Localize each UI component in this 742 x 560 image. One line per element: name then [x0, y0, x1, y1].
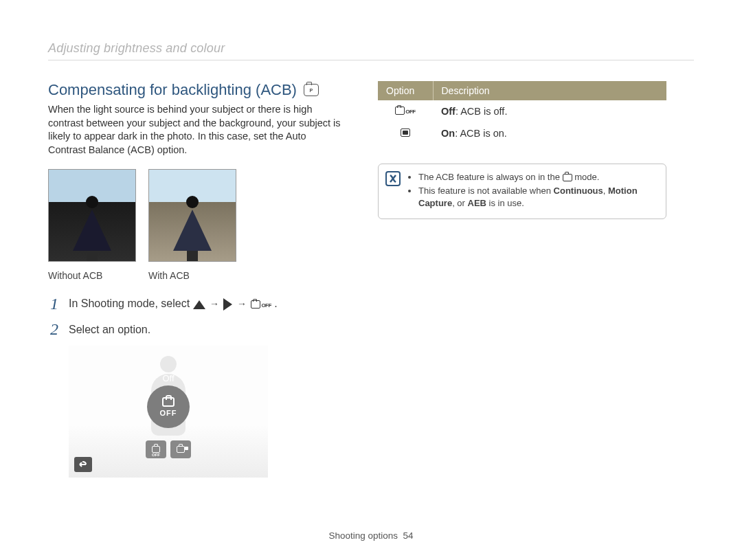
breadcrumb: Adjusting brightness and colour: [48, 41, 694, 60]
option-off-bold: Off: [441, 106, 456, 117]
step-1: 1 In Shooting mode, select → → OFF .: [48, 295, 344, 313]
camera-icon: [162, 397, 175, 407]
example-photo-with-acb: [148, 169, 236, 262]
acb-on-icon: [401, 128, 410, 139]
section-body: When the light source is behind your sub…: [48, 103, 344, 157]
option-on-bold: On: [441, 128, 455, 139]
acb-selection-badge-text: OFF: [160, 409, 177, 417]
table-row: OFF Off: ACB is off.: [378, 100, 666, 122]
acb-off-icon: OFF: [251, 300, 271, 309]
camera-program-mode-icon: P: [304, 84, 319, 96]
note-icon: [385, 171, 401, 186]
up-triangle-icon: [193, 300, 205, 309]
step-2-text: Select an option.: [69, 324, 150, 336]
option-on-rest: : ACB is on.: [455, 128, 507, 139]
table-header-option: Option: [378, 81, 433, 100]
note-bullet-2: This feature is not available when Conti…: [418, 185, 656, 210]
acb-off-option[interactable]: OFF: [146, 440, 166, 458]
page-footer: Shooting options 54: [0, 530, 742, 541]
arrow-icon: →: [236, 298, 248, 309]
options-table: Option Description OFF Off: ACB is off. …: [378, 81, 666, 144]
section-title: Compensating for backlighting (ACB): [48, 81, 297, 99]
caption-without-acb: Without ACB: [48, 270, 136, 281]
step-2: 2 Select an option.: [48, 320, 344, 339]
right-triangle-icon: [223, 298, 232, 311]
table-header-description: Description: [433, 81, 666, 100]
step-1-text: In Shooting mode, select: [69, 298, 193, 309]
page-number: 54: [403, 530, 414, 541]
camera-mode-icon: [563, 174, 572, 181]
acb-selection-label: Off: [147, 373, 190, 383]
example-photo-without-acb: [48, 169, 136, 262]
step-number-1: 1: [48, 295, 60, 313]
camera-ui-screenshot: Off OFF OFF: [69, 346, 268, 478]
acb-off-icon: OFF: [395, 107, 416, 115]
acb-on-option[interactable]: [170, 440, 191, 458]
back-button[interactable]: [74, 457, 92, 472]
option-off-rest: : ACB is off.: [456, 106, 508, 117]
step-number-2: 2: [48, 320, 60, 339]
step-1-end: .: [274, 298, 277, 309]
note-bullet-1: The ACB feature is always on in the mode…: [418, 171, 656, 183]
caption-with-acb: With ACB: [148, 270, 236, 281]
note-box: The ACB feature is always on in the mode…: [378, 164, 666, 219]
table-row: On: ACB is on.: [378, 122, 666, 144]
footer-section: Shooting options: [328, 530, 398, 541]
arrow-icon: →: [208, 298, 221, 309]
acb-selection-badge: Off OFF: [147, 373, 190, 428]
